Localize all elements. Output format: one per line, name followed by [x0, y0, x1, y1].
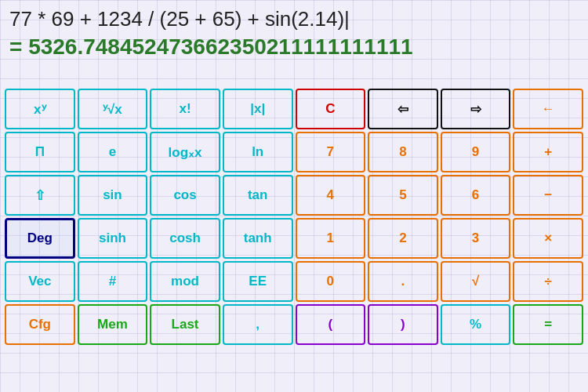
- cos-button[interactable]: cos: [150, 175, 220, 216]
- result-line: = 5326.748452473662350211111111111: [9, 33, 579, 61]
- minus-button[interactable]: −: [513, 175, 583, 216]
- sinh-button[interactable]: sinh: [78, 218, 148, 259]
- four-button[interactable]: 4: [296, 175, 366, 216]
- divide-button[interactable]: ÷: [513, 261, 583, 302]
- pi-button[interactable]: Π: [5, 132, 75, 172]
- dot-button[interactable]: .: [368, 261, 438, 302]
- nine-button[interactable]: 9: [441, 132, 511, 172]
- euler-button[interactable]: e: [78, 132, 148, 172]
- sin-button[interactable]: sin: [78, 175, 148, 216]
- percent-button[interactable]: %: [441, 304, 511, 345]
- five-button[interactable]: 5: [368, 175, 438, 216]
- cosh-button[interactable]: cosh: [150, 218, 220, 259]
- factorial-button[interactable]: x!: [150, 89, 220, 129]
- clear-button[interactable]: C: [296, 89, 366, 129]
- power-button[interactable]: xʸ: [5, 89, 75, 129]
- yroot-button[interactable]: ʸ√x: [78, 89, 148, 129]
- three-button[interactable]: 3: [441, 218, 511, 259]
- seven-button[interactable]: 7: [296, 132, 366, 172]
- expression-line: 77 * 69 + 1234 / (25 + 65) + sin(2.14)|: [9, 6, 579, 33]
- comma-button[interactable]: ,: [223, 304, 293, 345]
- two-button[interactable]: 2: [368, 218, 438, 259]
- logx-button[interactable]: logₓx: [150, 132, 220, 172]
- close-paren-button[interactable]: ): [368, 304, 438, 345]
- eight-button[interactable]: 8: [368, 132, 438, 172]
- tanh-button[interactable]: tanh: [223, 218, 293, 259]
- ee-button[interactable]: EE: [223, 261, 293, 302]
- ln-button[interactable]: ln: [223, 132, 293, 172]
- hash-button[interactable]: #: [78, 261, 148, 302]
- plus-button[interactable]: +: [513, 132, 583, 172]
- right-arrow-button[interactable]: ⇨: [441, 89, 511, 129]
- last-button[interactable]: Last: [150, 304, 220, 345]
- backspace-button[interactable]: ←: [513, 89, 583, 129]
- shift-button[interactable]: ⇧: [5, 175, 75, 216]
- open-paren-button[interactable]: (: [296, 304, 366, 345]
- deg-button[interactable]: Deg: [5, 218, 75, 259]
- tan-button[interactable]: tan: [223, 175, 293, 216]
- cfg-button[interactable]: Cfg: [5, 304, 75, 345]
- buttons-grid: xʸʸ√xx!|x|C⇦⇨←Πelogₓxln789+⇧sincostan456…: [0, 86, 588, 347]
- left-arrow-button[interactable]: ⇦: [368, 89, 438, 129]
- one-button[interactable]: 1: [296, 218, 366, 259]
- vec-button[interactable]: Vec: [5, 261, 75, 302]
- equals-button[interactable]: =: [513, 304, 583, 345]
- abs-button[interactable]: |x|: [223, 89, 293, 129]
- display-area: 77 * 69 + 1234 / (25 + 65) + sin(2.14)| …: [0, 0, 588, 86]
- six-button[interactable]: 6: [441, 175, 511, 216]
- mem-button[interactable]: Mem: [78, 304, 148, 345]
- multiply-button[interactable]: ×: [513, 218, 583, 259]
- sqrt-button[interactable]: √: [441, 261, 511, 302]
- mod-button[interactable]: mod: [150, 261, 220, 302]
- zero-button[interactable]: 0: [296, 261, 366, 302]
